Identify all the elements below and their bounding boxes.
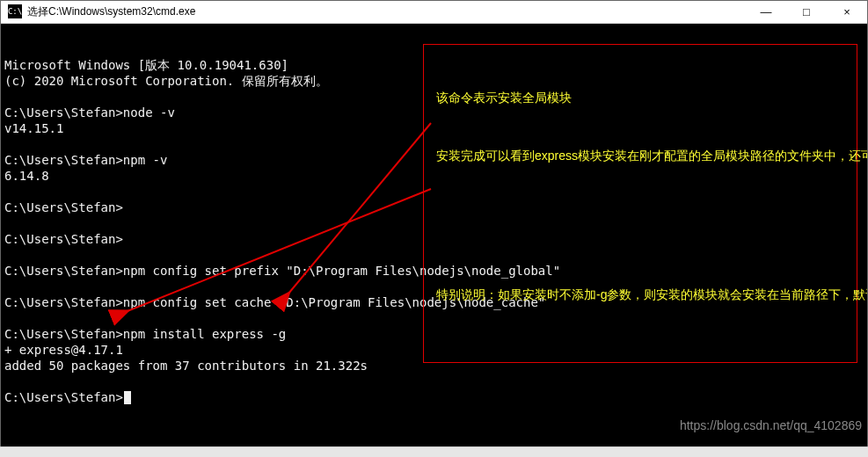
- terminal-line: [4, 374, 864, 389]
- terminal-line: Microsoft Windows [版本 10.0.19041.630]: [4, 57, 864, 73]
- terminal-line: + express@4.17.1: [4, 342, 864, 358]
- annotation-text-3: 特别说明：如果安装时不添加-g参数，则安装的模块就会安装在当前路径下，默认为C:…: [436, 286, 850, 303]
- minimize-button[interactable]: —: [746, 1, 786, 23]
- maximize-button[interactable]: □: [786, 1, 827, 23]
- terminal-line: added 50 packages from 37 contributors i…: [4, 358, 864, 374]
- cmd-window: C:\ 选择C:\Windows\system32\cmd.exe — □ × …: [0, 0, 868, 448]
- terminal-line: C:\Users\Stefan>: [4, 389, 864, 405]
- window-title: 选择C:\Windows\system32\cmd.exe: [27, 4, 195, 19]
- terminal-line: v14.15.1: [4, 120, 864, 136]
- terminal-line: [4, 215, 864, 231]
- terminal-line: (c) 2020 Microsoft Corporation. 保留所有权利。: [4, 73, 864, 89]
- watermark-text: https://blog.csdn.net/qq_4102869: [680, 417, 862, 433]
- annotation-text-2: 安装完成可以看到express模块安装在刚才配置的全局模块路径的文件夹中，还可以…: [436, 147, 850, 164]
- window-controls: — □ ×: [746, 1, 867, 23]
- terminal-line: C:\Users\Stefan>: [4, 199, 864, 215]
- terminal-line: C:\Users\Stefan>: [4, 231, 864, 247]
- terminal-line: [4, 310, 864, 326]
- terminal-line: 6.14.8: [4, 168, 864, 184]
- terminal-line: [4, 247, 864, 263]
- titlebar[interactable]: C:\ 选择C:\Windows\system32\cmd.exe — □ ×: [1, 1, 867, 24]
- annotation-text-1: 该命令表示安装全局模块: [436, 89, 572, 106]
- close-button[interactable]: ×: [827, 1, 867, 23]
- terminal-line: C:\Users\Stefan>npm install express -g: [4, 326, 864, 342]
- terminal-line: C:\Users\Stefan>npm config set prefix "D…: [4, 263, 864, 279]
- terminal-line: C:\Users\Stefan>node -v: [4, 105, 864, 120]
- terminal-line: [4, 184, 864, 199]
- bottom-strip: [0, 446, 868, 457]
- terminal-line: [4, 89, 864, 105]
- cursor: [124, 391, 131, 404]
- terminal-body[interactable]: Microsoft Windows [版本 10.0.19041.630](c)…: [1, 24, 867, 447]
- cmd-icon: C:\: [8, 4, 22, 18]
